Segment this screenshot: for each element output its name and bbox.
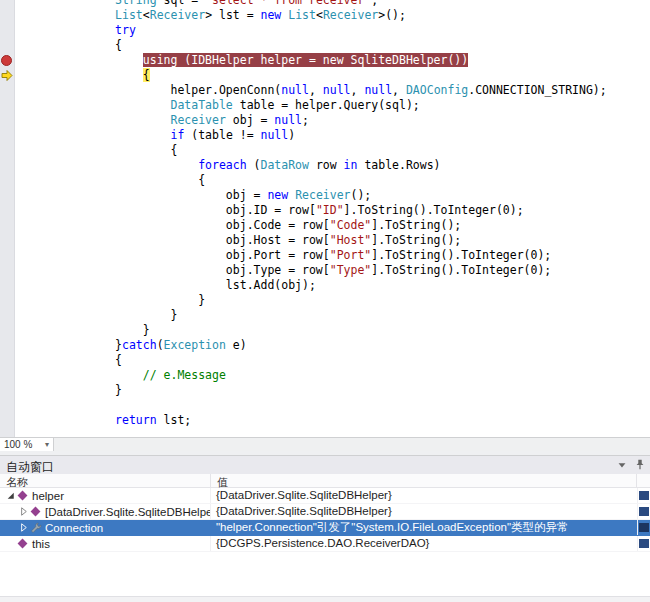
code-line: obj = new Receiver(); — [32, 188, 650, 203]
code-line: lst.Add(obj); — [32, 278, 650, 293]
column-header-name[interactable]: 名称 — [0, 474, 211, 488]
type-column-stub — [637, 488, 650, 503]
code-line: // e.Message — [32, 368, 650, 383]
code-area[interactable]: String sql = "select * from receiver"; L… — [14, 0, 650, 428]
code-line: return lst; — [32, 413, 650, 428]
code-line: helper.OpenConn(null, null, null, DAOCon… — [32, 83, 650, 98]
type-column-stub — [637, 504, 650, 519]
code-line: obj.Type = row["Type"].ToString().ToInte… — [32, 263, 650, 278]
code-editor[interactable]: String sql = "select * from receiver"; L… — [0, 0, 650, 437]
code-line: { — [32, 38, 650, 53]
code-line: try — [32, 23, 650, 38]
autos-rows: helper{DataDriver.Sqlite.SqliteDBHelper}… — [0, 488, 650, 552]
pin-icon[interactable] — [634, 459, 646, 471]
code-line: DataTable table = helper.Query(sql); — [32, 98, 650, 113]
variable-name: this — [32, 538, 50, 550]
visual-studio-debug-view: String sql = "select * from receiver"; L… — [0, 0, 650, 602]
autos-title-bar[interactable]: 自动窗口 — [0, 455, 650, 474]
zoom-level: 100 % — [4, 439, 32, 450]
type-column-stub — [637, 520, 650, 535]
variable-value: {DataDriver.Sqlite.SqliteDBHelper} — [211, 504, 637, 519]
code-line: } — [32, 293, 650, 308]
code-line: List<Receiver> lst = new List<Receiver>(… — [32, 8, 650, 23]
code-line: { — [32, 353, 650, 368]
window-position-chevron-down-icon[interactable] — [616, 459, 628, 471]
code-line: { — [32, 173, 650, 188]
autos-horizontal-scrollbar[interactable] — [0, 596, 650, 602]
autos-grid-header: 名称 值 — [0, 474, 650, 488]
editor-indicator-margin[interactable] — [0, 0, 15, 437]
code-line: }catch(Exception e) — [32, 338, 650, 353]
autos-row[interactable]: [DataDriver.Sqlite.SqliteDBHelper]{DataD… — [0, 504, 650, 520]
zoom-dropdown[interactable]: ▾100 % — [0, 438, 54, 451]
code-line: String sql = "select * from receiver"; — [32, 0, 650, 8]
code-line: obj.ID = row["ID"].ToString().ToInteger(… — [32, 203, 650, 218]
code-line: } — [32, 323, 650, 338]
type-column-stub — [637, 536, 650, 551]
code-line: foreach (DataRow row in table.Rows) — [32, 158, 650, 173]
editor-bottom-bar: ▾100 % — [0, 437, 650, 451]
code-line: { — [32, 68, 650, 83]
variable-name: [DataDriver.Sqlite.SqliteDBHelper] — [45, 506, 211, 518]
autos-window: 自动窗口 名称 值 helper{DataDriver.Sqlite.Sqlit… — [0, 455, 650, 602]
autos-row[interactable]: helper{DataDriver.Sqlite.SqliteDBHelper} — [0, 488, 650, 504]
variable-value: "helper.Connection"引发了"System.IO.FileLoa… — [211, 520, 637, 535]
variable-name: Connection — [45, 522, 103, 534]
current-statement-arrow-icon — [1, 69, 13, 82]
autos-title: 自动窗口 — [6, 460, 54, 474]
variable-value: {DataDriver.Sqlite.SqliteDBHelper} — [211, 488, 637, 503]
chevron-down-icon: ▾ — [45, 439, 49, 450]
field-icon — [17, 490, 29, 502]
code-line: } — [32, 308, 650, 323]
code-line — [32, 398, 650, 413]
expander-collapsed-icon[interactable] — [17, 521, 30, 534]
field-icon — [17, 538, 29, 550]
code-line: obj.Host = row["Host"].ToString(); — [32, 233, 650, 248]
variable-name: helper — [32, 490, 64, 502]
horizontal-scrollbar[interactable] — [54, 438, 650, 451]
expander-collapsed-icon[interactable] — [17, 505, 30, 518]
code-line: Receiver obj = null; — [32, 113, 650, 128]
breakpoint-icon[interactable] — [1, 55, 12, 66]
field-icon — [30, 506, 42, 518]
code-line: obj.Code = row["Code"].ToString(); — [32, 218, 650, 233]
property-wrench-icon — [30, 522, 42, 534]
code-line: obj.Port = row["Port"].ToString().ToInte… — [32, 248, 650, 263]
code-line: using (IDBHelper helper = new SqliteDBHe… — [32, 53, 650, 68]
variable-value: {DCGPS.Persistence.DAO.ReceiverDAO} — [211, 536, 637, 551]
expander-spacer — [4, 537, 17, 550]
column-header-value[interactable]: 值 — [211, 474, 637, 488]
code-line: } — [32, 383, 650, 398]
code-line: if (table != null) — [32, 128, 650, 143]
autos-row[interactable]: this{DCGPS.Persistence.DAO.ReceiverDAO} — [0, 536, 650, 552]
autos-row[interactable]: Connection"helper.Connection"引发了"System.… — [0, 520, 650, 536]
code-line: { — [32, 143, 650, 158]
expander-expanded-icon[interactable] — [4, 489, 17, 502]
